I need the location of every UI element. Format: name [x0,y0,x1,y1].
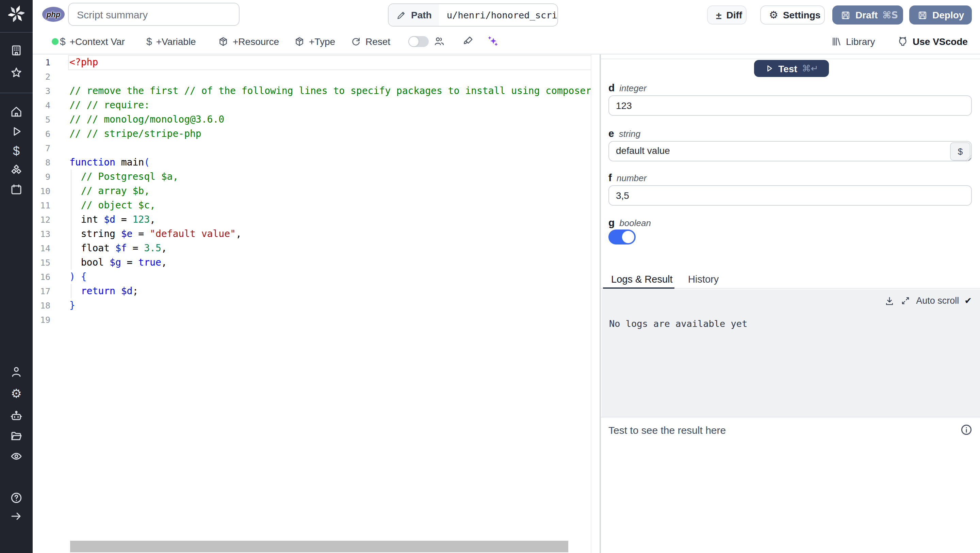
horizontal-scrollbar[interactable] [70,541,568,552]
settings-button[interactable]: ⚙ Settings [760,5,825,24]
editor-toolbar: $ +Context Var $ +Variable +Resource +Ty… [33,29,980,54]
windmill-logo[interactable] [8,5,24,22]
field-label-d: d integer [608,82,646,93]
use-vscode-button[interactable]: Use VScode [897,29,968,54]
users-icon [434,35,445,47]
path-widget[interactable]: Path u/henri/honored_script [388,3,558,27]
windmill-script-editor: $ ⚙ php [0,0,980,553]
dollar-icon: $ [146,35,152,47]
php-language-badge: php [42,7,65,22]
collapse-arrow-right-icon[interactable] [10,509,23,523]
package-icon [218,36,229,47]
multiplayer-users-icon[interactable] [434,29,445,54]
auto-scroll-label[interactable]: Auto scroll [916,296,959,306]
tab-history[interactable]: History [680,271,727,289]
code-editor[interactable]: 12345678910111213141516171819 <?php// re… [33,54,600,553]
home-icon[interactable] [10,105,23,118]
result-tabs: Logs & Result History [601,271,980,289]
workspace-building-icon[interactable] [10,44,23,57]
ai-assistant-button[interactable] [487,29,499,54]
sidebar-divider [0,92,33,93]
indent-guide [71,284,72,298]
status-dot [52,38,59,45]
favorites-star-icon[interactable] [10,66,23,80]
path-label-section[interactable]: Path [388,4,439,26]
ai-robot-icon[interactable] [10,409,23,422]
top-bar: php Path u/henri/honored_script ± Diff ⚙… [33,0,980,29]
sidebar-divider [0,32,33,33]
result-placeholder: Test to see the result here [608,424,726,436]
script-summary-input[interactable] [68,3,240,26]
add-variable-button[interactable]: $ +Variable [146,29,196,54]
gear-icon: ⚙ [769,9,778,21]
plus-minus-icon: ± [716,9,721,21]
field-label-g: g boolean [608,217,651,228]
resources-cubes-icon[interactable] [10,163,23,177]
expand-icon[interactable] [900,296,911,306]
field-label-f: f number [608,172,646,183]
help-question-icon[interactable] [10,491,23,505]
sidebar: $ ⚙ [0,0,33,553]
github-icon [897,35,908,47]
dollar-icon: $ [60,35,66,47]
deploy-button[interactable]: Deploy [909,5,972,24]
logs-toolbar: Auto scroll ✔ [884,295,972,306]
variables-dollar-icon[interactable]: $ [10,144,23,158]
info-icon[interactable] [959,423,973,437]
editor-gutter: 12345678910111213141516171819 [33,55,68,327]
reset-icon [350,36,361,47]
run-preview-panel: Test ⌘↵ d integer e string default value… [601,54,980,553]
eye-icon[interactable] [10,449,23,463]
tab-logs-result[interactable]: Logs & Result [603,271,681,289]
draft-button[interactable]: Draft ⌘S [832,5,903,24]
settings-gear-icon[interactable]: ⚙ [10,387,23,400]
add-resource-button[interactable]: +Resource [218,29,279,54]
logs-result-divider [601,417,980,418]
path-label: Path [411,10,432,21]
editor-overview-ruler [591,54,592,553]
format-brush-icon[interactable] [462,29,474,54]
add-context-var-button[interactable]: $ +Context Var [60,29,125,54]
no-logs-message: No logs are available yet [609,318,747,328]
field-input-d[interactable] [608,96,972,116]
library-icon [831,36,842,47]
test-button[interactable]: Test ⌘↵ [754,60,829,77]
indent-guide [71,170,72,270]
user-icon[interactable] [10,365,23,379]
brush-icon [462,35,474,47]
schedules-calendar-icon[interactable] [10,183,23,196]
insert-variable-dollar-button[interactable]: $ [950,142,970,161]
field-input-f[interactable] [608,185,972,206]
field-toggle-g[interactable] [608,229,636,244]
field-input-e[interactable]: default value [608,141,972,161]
path-value: u/henri/honored_script [439,4,558,26]
check-icon[interactable]: ✔ [964,296,972,306]
save-icon [840,10,851,20]
runs-play-icon[interactable] [10,124,23,138]
diff-mode-toggle[interactable] [408,36,429,47]
save-icon [917,10,928,20]
pencil-icon [396,10,406,20]
add-type-button[interactable]: +Type [294,29,335,54]
editor-code[interactable]: <?php// remove the first // of the follo… [69,55,591,327]
field-label-e: e string [608,127,640,139]
panel-top-border [601,59,980,59]
folders-icon[interactable] [10,429,23,443]
diff-button[interactable]: ± Diff [707,5,746,24]
download-icon[interactable] [884,295,895,306]
play-icon [765,64,773,73]
reset-button[interactable]: Reset [350,29,390,54]
sparkles-icon [487,35,499,47]
logs-panel: Auto scroll ✔ No logs are available yet [601,289,980,417]
draft-shortcut: ⌘S [882,10,898,21]
active-tab-underline [603,287,675,289]
test-shortcut: ⌘↵ [802,63,818,73]
package-icon [294,36,305,47]
library-button[interactable]: Library [831,29,875,54]
